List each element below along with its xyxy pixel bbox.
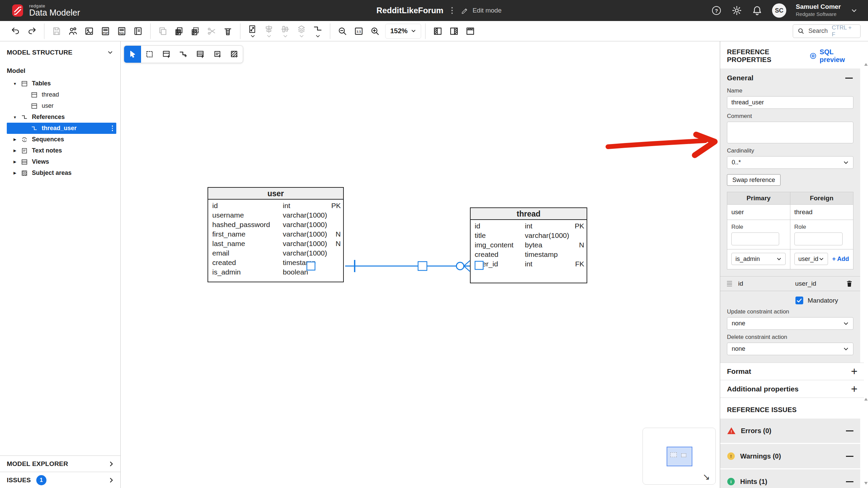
sidebar-item-sequences[interactable]: ▶ 1 Sequences bbox=[7, 134, 120, 145]
mandatory-checkbox[interactable] bbox=[795, 297, 803, 304]
zoom-level-select[interactable]: 152% bbox=[385, 24, 421, 39]
caret-collapsed-icon[interactable]: ▶ bbox=[13, 171, 17, 175]
scroll-up-arrow[interactable] bbox=[864, 63, 868, 66]
actual-size-button[interactable]: 1:1 bbox=[351, 23, 367, 39]
sidebar-item-table-thread[interactable]: thread bbox=[7, 89, 120, 100]
note-icon bbox=[21, 147, 28, 155]
diagram-canvas[interactable]: user idintPK usernamevarchar(1000) hashe… bbox=[121, 41, 720, 488]
reference-name-input[interactable]: thread_user bbox=[727, 96, 853, 109]
sidebar-item-views[interactable]: ▶ Views bbox=[7, 156, 120, 167]
marquee-select-tool[interactable] bbox=[141, 46, 158, 63]
warnings-header[interactable]: ! Warnings (0) bbox=[720, 444, 860, 468]
caret-collapsed-icon[interactable]: ▶ bbox=[13, 160, 17, 164]
scroll-up-arrow[interactable] bbox=[864, 398, 868, 401]
settings-button[interactable] bbox=[731, 5, 742, 16]
toggle-left-panel-button[interactable] bbox=[430, 23, 446, 39]
hints-header[interactable]: i Hints (1) bbox=[720, 469, 860, 488]
edit-mode-toggle[interactable]: Edit mode bbox=[461, 6, 502, 15]
primary-table-name: user bbox=[731, 208, 744, 216]
report-button[interactable] bbox=[130, 23, 146, 39]
help-button[interactable]: ? bbox=[711, 5, 722, 16]
caret-expanded-icon[interactable]: ▼ bbox=[13, 82, 17, 86]
update-constraint-select[interactable]: none bbox=[727, 317, 853, 330]
panel-title: REFERENCE PROPERTIES bbox=[727, 48, 809, 64]
zoom-out-button[interactable] bbox=[334, 23, 351, 39]
toggle-top-panel-button[interactable] bbox=[462, 23, 478, 39]
reference-waypoint-handle[interactable] bbox=[418, 262, 427, 270]
issues-toggle[interactable]: ISSUES 1 bbox=[0, 472, 120, 488]
caret-collapsed-icon[interactable]: ▶ bbox=[13, 137, 17, 142]
book-icon bbox=[133, 26, 143, 36]
collapse-section-icon[interactable] bbox=[846, 456, 853, 457]
format-section-toggle[interactable]: Format + bbox=[720, 363, 864, 380]
primary-foreign-grid: Primary Foreign user thread Role Role bbox=[727, 192, 853, 269]
sidebar-item-table-user[interactable]: user bbox=[7, 100, 120, 111]
scroll-down-arrow[interactable] bbox=[864, 482, 868, 485]
primary-role-input[interactable] bbox=[731, 232, 779, 245]
minimap-viewport[interactable] bbox=[667, 447, 692, 466]
chevron-down-icon[interactable] bbox=[251, 35, 255, 38]
share-button[interactable] bbox=[65, 23, 81, 39]
redo-button[interactable] bbox=[24, 23, 40, 39]
user-menu-chevron-icon[interactable] bbox=[850, 7, 858, 14]
select-tool[interactable] bbox=[124, 46, 141, 63]
panel-scrollbar[interactable] bbox=[864, 41, 868, 488]
collapse-section-icon[interactable] bbox=[846, 481, 853, 482]
add-table-tool[interactable] bbox=[158, 46, 175, 63]
errors-header[interactable]: ! Errors (0) bbox=[720, 419, 860, 443]
caret-expanded-icon[interactable]: ▼ bbox=[13, 115, 17, 119]
connector-style-button[interactable] bbox=[310, 23, 326, 39]
delete-mapping-icon[interactable] bbox=[845, 280, 853, 288]
notifications-button[interactable] bbox=[752, 5, 763, 16]
drag-handle-icon[interactable] bbox=[727, 281, 732, 286]
delete-button[interactable] bbox=[220, 23, 236, 39]
model-explorer-toggle[interactable]: MODEL EXPLORER bbox=[0, 455, 120, 472]
foreign-role-input[interactable] bbox=[794, 232, 843, 245]
tree-root-model[interactable]: Model bbox=[7, 67, 120, 75]
sidebar-item-subject-areas[interactable]: ▶ Subject areas bbox=[7, 167, 120, 179]
toggle-right-panel-button[interactable] bbox=[446, 23, 462, 39]
er-table-user[interactable]: user idintPK usernamevarchar(1000) hashe… bbox=[208, 187, 344, 282]
sidebar-item-reference-thread-user[interactable]: thread_user bbox=[7, 123, 116, 134]
add-subject-area-tool[interactable] bbox=[226, 46, 243, 63]
table-icon bbox=[31, 91, 38, 99]
minimap[interactable]: ↘ bbox=[643, 428, 716, 485]
swap-reference-button[interactable]: Swap reference bbox=[727, 174, 781, 186]
sidebar-item-text-notes[interactable]: ▶ Text notes bbox=[7, 145, 120, 156]
document-menu-icon[interactable] bbox=[450, 6, 455, 15]
autosize-button[interactable] bbox=[244, 23, 261, 39]
user-info: Samuel Comer Redgate Software bbox=[796, 3, 841, 18]
sidebar-item-tables[interactable]: ▼ Tables bbox=[7, 78, 120, 89]
app-logo: redgate Data Modeler bbox=[10, 3, 80, 18]
collapse-section-icon[interactable] bbox=[845, 78, 853, 79]
comment-textarea[interactable] bbox=[727, 122, 853, 143]
chevron-down-icon[interactable] bbox=[316, 35, 320, 38]
add-text-note-tool[interactable] bbox=[209, 46, 226, 63]
add-view-tool[interactable] bbox=[192, 46, 209, 63]
delete-constraint-select[interactable]: none bbox=[727, 343, 853, 355]
minimap-resize-icon[interactable]: ↘ bbox=[703, 472, 710, 482]
collapse-section-icon[interactable] bbox=[846, 430, 853, 431]
er-table-thread[interactable]: thread idintPK titlevarchar(1000) img_co… bbox=[470, 207, 587, 283]
layers-icon bbox=[297, 24, 306, 34]
copy-style-button[interactable] bbox=[171, 23, 187, 39]
search-input[interactable]: Search CTRL + F bbox=[793, 24, 861, 38]
undo-button[interactable] bbox=[7, 23, 24, 39]
collapse-chevron-icon[interactable] bbox=[107, 51, 113, 54]
zoom-in-button[interactable] bbox=[367, 23, 383, 39]
foreign-column-select[interactable]: user_id bbox=[794, 253, 828, 265]
sidebar-item-references[interactable]: ▼ References bbox=[7, 111, 120, 123]
caret-collapsed-icon[interactable]: ▶ bbox=[13, 148, 17, 153]
export-sql-button[interactable]: SQL bbox=[114, 23, 130, 39]
add-reference-tool[interactable] bbox=[175, 46, 192, 63]
add-column-pair-link[interactable]: + Add bbox=[832, 256, 849, 263]
avatar[interactable]: SC bbox=[772, 3, 786, 18]
paste-style-button[interactable] bbox=[187, 23, 203, 39]
export-pdf-button[interactable]: PDF bbox=[97, 23, 114, 39]
cardinality-select[interactable]: 0..* bbox=[727, 156, 853, 169]
export-image-button[interactable] bbox=[81, 23, 97, 39]
primary-column-select[interactable]: is_admin bbox=[731, 253, 786, 265]
item-menu-icon[interactable] bbox=[112, 125, 113, 131]
additional-properties-section-toggle[interactable]: Additional properties + bbox=[720, 380, 864, 398]
sql-preview-link[interactable]: SQL preview bbox=[809, 48, 857, 64]
